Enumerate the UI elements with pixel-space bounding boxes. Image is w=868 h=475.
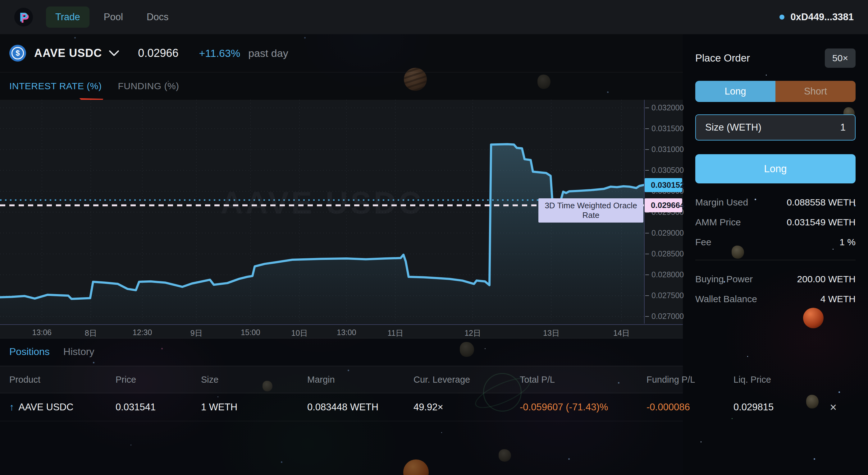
price-axis-tick: 0.030500 <box>645 166 683 175</box>
stat-value: 1 % <box>839 237 856 247</box>
time-axis-tick: 14日 <box>613 328 630 338</box>
time-axis-tick: 11日 <box>388 328 403 338</box>
position-price: 0.031541 <box>116 402 201 413</box>
usdc-dollar-glyph: $ <box>11 47 24 59</box>
positions-table-body: ↑AAVE USDC0.0315411 WETH0.083448 WETH49.… <box>0 393 683 421</box>
column-header-price: Price <box>116 375 201 385</box>
stat-label: Wallet Balance <box>695 294 757 304</box>
submit-long-button[interactable]: Long <box>695 154 856 183</box>
position-leverage: 49.92× <box>413 402 520 413</box>
positions-tabs: PositionsHistory <box>0 338 683 363</box>
oracle-rate-tooltip: 3D Time Weighted Oracle Rate <box>538 198 643 222</box>
price-axis-tick: 0.027500 <box>645 291 683 300</box>
stat-label: AMM Price <box>695 217 741 228</box>
side-long-button[interactable]: Long <box>695 81 775 102</box>
stat-row: AMM Price0.031549 WETH <box>695 217 856 228</box>
main-column: $ AAVE USDC 0.02966 +11.63% past day <box>0 34 683 475</box>
time-axis-tick: 13:06 <box>32 328 52 337</box>
price-axis-tick: 0.031500 <box>645 124 683 133</box>
time-axis-tick: 13日 <box>543 328 559 338</box>
price-axis-tick: 0.031000 <box>645 145 683 154</box>
pair-selector[interactable]: AAVE USDC <box>34 47 119 60</box>
wallet-chip[interactable]: 0xD449...3381 <box>779 11 854 23</box>
nav-item-docs[interactable]: Docs <box>137 6 178 28</box>
positions-tab-positions[interactable]: Positions <box>9 346 50 357</box>
app-logo[interactable]: P <box>14 8 33 26</box>
price-axis-tick: 0.028500 <box>645 249 683 258</box>
price-axis-tick: 0.027000 <box>645 312 683 321</box>
stat-label: Buying Power <box>695 274 753 285</box>
order-stats: Margin Used0.088558 WETHAMM Price0.03154… <box>695 197 856 247</box>
positions-section: PositionsHistory ProductPriceSizeMarginC… <box>0 338 683 475</box>
side-toggle: LongShort <box>695 81 856 102</box>
stat-row: Fee1 % <box>695 237 856 247</box>
wallet-address: 0xD449...3381 <box>790 11 854 23</box>
stat-value: 200.00 WETH <box>797 274 856 285</box>
time-axis-tick: 12:30 <box>133 328 152 337</box>
price-axis-tick: 0.032000 <box>645 103 683 112</box>
column-header-cur-leverage: Cur. Leverage <box>413 375 520 385</box>
position-total-pl: -0.059607 (-71.43)% <box>520 402 647 413</box>
leverage-chip[interactable]: 50× <box>825 49 856 68</box>
pair-change: +11.63% <box>199 47 241 59</box>
app-root: P TradePoolDocs 0xD449...3381 $ AAVE USD… <box>0 0 868 475</box>
pair-price: 0.02966 <box>138 47 178 60</box>
time-axis-tick: 8日 <box>85 328 97 338</box>
time-axis-tick: 9日 <box>190 328 203 338</box>
position-size: 1 WETH <box>201 402 307 413</box>
oracle-price-label: 0.029664 <box>645 198 682 212</box>
time-axis-tick: 10日 <box>291 328 308 338</box>
table-row: ↑AAVE USDC0.0315411 WETH0.083448 WETH49.… <box>0 393 683 421</box>
price-axis-tick: 0.029000 <box>645 229 683 237</box>
last-price-label: 0.030152 <box>645 178 682 192</box>
stat-row: Margin Used0.088558 WETH <box>695 197 856 208</box>
column-header-product: Product <box>9 375 116 385</box>
chart-tab-funding-[interactable]: FUNDING (%) <box>118 81 179 91</box>
size-input-label: Size (WETH) <box>705 122 762 133</box>
order-panel-title: Place Order <box>695 52 750 64</box>
rate-chart: AAVE USDC 0.0320000.0315000.0310000.0305… <box>0 100 683 338</box>
position-margin: 0.083448 WETH <box>307 402 413 413</box>
size-input-value: 1 <box>840 122 846 133</box>
positions-table-header: ProductPriceSizeMarginCur. LeverageTotal… <box>0 366 683 393</box>
size-input[interactable]: Size (WETH) 1 <box>695 114 856 141</box>
column-header-total-p-l: Total P/L <box>520 375 647 385</box>
stat-row: Buying Power200.00 WETH <box>695 274 856 285</box>
chart-watermark: AAVE USDC <box>221 185 424 221</box>
nav-item-trade[interactable]: Trade <box>46 6 90 28</box>
stat-value: 0.088558 WETH <box>786 197 856 208</box>
column-header-size: Size <box>201 375 307 385</box>
stat-label: Fee <box>695 237 711 247</box>
stat-row: Wallet Balance4 WETH <box>695 294 856 304</box>
side-short-button[interactable]: Short <box>775 81 856 102</box>
column-header-margin: Margin <box>307 375 413 385</box>
time-axis-tick: 15:00 <box>241 328 260 337</box>
nav-tabs: TradePoolDocs <box>46 6 178 28</box>
position-product: ↑AAVE USDC <box>9 402 116 413</box>
chevron-down-icon <box>109 50 119 57</box>
pair-change-suffix: past day <box>248 47 288 59</box>
pair-name: AAVE USDC <box>34 47 102 60</box>
chart-tab-interest-rate-[interactable]: INTEREST RATE (%) <box>9 81 101 91</box>
direction-up-icon: ↑ <box>9 402 14 413</box>
stat-value: 0.031549 WETH <box>786 217 856 228</box>
chart-mode-tabs: INTEREST RATE (%)FUNDING (%) <box>0 72 683 100</box>
time-axis[interactable]: 13:068日12:309日15:0010日13:0011日12日13日14日 <box>0 324 683 339</box>
panel-divider <box>695 260 856 260</box>
nav-item-pool[interactable]: Pool <box>94 6 132 28</box>
price-axis-tick: 0.028000 <box>645 270 683 279</box>
wallet-status-dot-icon <box>779 14 784 20</box>
order-panel: Place Order 50× LongShort Size (WETH) 1 … <box>683 34 868 475</box>
usdc-coin-icon: $ <box>9 45 26 62</box>
positions-tab-history[interactable]: History <box>63 346 94 357</box>
account-stats: Buying Power200.00 WETHWallet Balance4 W… <box>695 274 856 304</box>
market-header: $ AAVE USDC 0.02966 +11.63% past day <box>0 34 683 72</box>
time-axis-tick: 12日 <box>464 328 481 338</box>
stat-value: 4 WETH <box>820 294 856 304</box>
stat-label: Margin Used <box>695 197 748 208</box>
top-nav: P TradePoolDocs 0xD449...3381 <box>0 0 868 34</box>
time-axis-tick: 13:00 <box>337 328 356 337</box>
